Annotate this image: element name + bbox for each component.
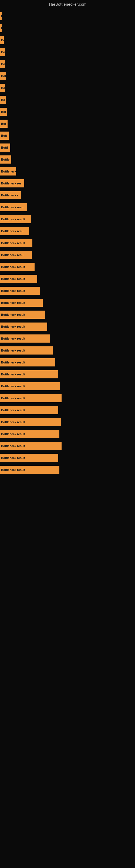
bar-row: Bottleneck result [0, 309, 135, 321]
bar: Bottleneck result [0, 442, 61, 450]
bar-label: Bo [1, 98, 5, 101]
bar: Bottleneck result [0, 370, 58, 378]
bar-row: Bottleneck result [0, 333, 135, 344]
bar: Bo [0, 36, 4, 44]
bar: Bottleneck r [0, 191, 21, 199]
bar-label: Bottleneck result [1, 432, 25, 436]
bar: Bottleneck res [0, 179, 24, 187]
bar: Bo [0, 60, 5, 68]
bar-label: Bottleneck result [1, 241, 25, 245]
bar: Bottleneck result [0, 299, 43, 307]
bar-label: Bot [1, 74, 6, 78]
site-title: TheBottlenecker.com [0, 0, 135, 8]
bar-row: Bo [0, 58, 135, 70]
bar-label: Bottleneck result [1, 444, 25, 447]
bar: Bottleneck result [0, 406, 58, 414]
bar-row: Bo [0, 46, 135, 58]
bar-label: Bottleneck resu [1, 253, 24, 257]
bar: B [0, 12, 2, 20]
bar-label: Bo [1, 38, 4, 42]
bar-row: Bottleneck resu [0, 225, 135, 237]
bar-row: Bottleneck result [0, 321, 135, 333]
bar-row: Bott [0, 130, 135, 142]
bar: B [0, 24, 2, 32]
bar: Bottleneck result [0, 346, 53, 354]
bar-label: Bottleneck resu [1, 229, 24, 233]
bar-label: Bottleneck res [1, 182, 21, 185]
bar: Bottleneck result [0, 394, 61, 402]
bar-label: Bottleneck result [1, 421, 25, 424]
bar-row: Bottleneck result [0, 356, 135, 368]
bar: Bottleneck [0, 167, 16, 176]
bar-row: Bottleneck res [0, 177, 135, 189]
bar-row: Bottleneck result [0, 237, 135, 249]
bar-label: B [1, 14, 2, 18]
bars-container: BBBoBoBoBotBoBoBotBotBottBottlBottleBott… [0, 8, 135, 476]
bar-label: Bottle [1, 158, 9, 161]
bar-label: Bottleneck result [1, 468, 25, 471]
bar-label: Bottleneck result [1, 313, 25, 316]
bar: Bottleneck result [0, 358, 55, 367]
bar-label: Bottleneck result [1, 384, 25, 388]
bar-row: Bot [0, 70, 135, 82]
bar: Bottleneck result [0, 263, 35, 271]
bar-label: Bot [1, 110, 6, 113]
bar-row: Bottleneck result [0, 392, 135, 404]
bar-row: Bottleneck result [0, 261, 135, 273]
bar-row: Bottleneck r [0, 189, 135, 201]
bar-row: Bottleneck result [0, 380, 135, 392]
bar-row: Bottleneck result [0, 344, 135, 356]
bar-label: Bottleneck result [1, 265, 25, 269]
bar-row: Bo [0, 94, 135, 106]
bar: Bottleneck result [0, 466, 59, 474]
bar-row: Bottleneck result [0, 464, 135, 476]
bar-label: Bottleneck result [1, 337, 25, 340]
bar: Bottleneck result [0, 215, 31, 223]
bar: Bottl [0, 144, 10, 152]
bar-row: Bottleneck result [0, 285, 135, 297]
bar-row: Bottleneck result [0, 368, 135, 380]
bar: Bottleneck result [0, 454, 58, 462]
bar: Bottleneck result [0, 322, 47, 331]
bar: Bottleneck result [0, 311, 45, 319]
bar: Bo [0, 48, 5, 56]
bar-label: Bottleneck result [1, 277, 25, 280]
bar: Bottleneck result [0, 335, 50, 343]
bar-row: Bottleneck result [0, 404, 135, 416]
bar-row: Bot [0, 118, 135, 130]
bar-row: Bottleneck result [0, 297, 135, 309]
bar-row: Bot [0, 106, 135, 118]
bar-label: Bott [1, 134, 7, 137]
bar: Bottleneck result [0, 430, 59, 438]
bar-label: Bottleneck result [1, 373, 25, 376]
bar-label: Bottl [1, 146, 8, 149]
bar: Bottleneck resu [0, 203, 27, 211]
bar: Bottleneck result [0, 275, 37, 283]
bar-row: Bottle [0, 154, 135, 165]
bar-row: Bottleneck result [0, 416, 135, 428]
bar-label: Bottleneck result [1, 456, 25, 460]
bar-label: Bottleneck result [1, 349, 25, 352]
bar-row: B [0, 10, 135, 22]
bar-label: Bottleneck result [1, 301, 25, 304]
bar-row: Bottl [0, 142, 135, 154]
bar: Bo [0, 84, 5, 92]
bar: Bottleneck result [0, 239, 32, 247]
bar: Bottle [0, 155, 11, 163]
bar: Bottleneck result [0, 287, 40, 295]
bar-row: Bottleneck result [0, 273, 135, 285]
bar: Bo [0, 96, 6, 104]
bar: Bot [0, 120, 8, 128]
bar-label: Bottleneck result [1, 289, 25, 292]
bar-row: B [0, 22, 135, 34]
bar: Bottleneck result [0, 382, 60, 390]
bar-row: Bo [0, 34, 135, 46]
bar-label: B [1, 27, 2, 30]
bar-row: Bottleneck [0, 165, 135, 177]
bar-row: Bottleneck result [0, 440, 135, 452]
bar-label: Bottleneck result [1, 218, 25, 221]
bar-label: Bo [1, 62, 5, 66]
bar-label: Bottleneck [1, 170, 16, 173]
bar: Bottleneck resu [0, 251, 32, 259]
bar: Bottleneck result [0, 418, 61, 426]
